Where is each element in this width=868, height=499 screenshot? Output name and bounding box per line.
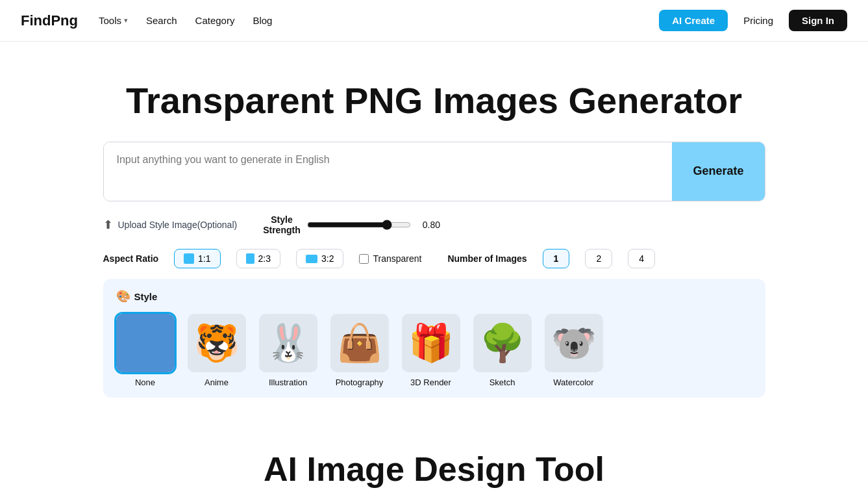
style-panel: 🎨 Style None 🐯 Anime 🐰 Illustrati (103, 279, 765, 398)
transparent-checkbox-label[interactable]: Transparent (359, 253, 421, 264)
style-thumb-sketch: 🌳 (473, 314, 532, 372)
style-item-sketch[interactable]: 🌳 Sketch (473, 314, 532, 387)
upload-icon: ⬆ (103, 218, 113, 232)
style-thumb-photography: 👜 (330, 314, 389, 372)
nav-category[interactable]: Category (195, 15, 235, 26)
style-strength-label: StyleStrength (263, 214, 301, 237)
nav-blog[interactable]: Blog (253, 15, 272, 26)
style-strength-slider[interactable] (307, 220, 411, 230)
ratio-3-2-button[interactable]: 3:2 (296, 249, 343, 268)
style-panel-header: 🎨 Style (116, 289, 752, 303)
style-strength-group: StyleStrength 0.80 (263, 214, 440, 237)
transparent-checkbox[interactable] (359, 254, 369, 264)
watercolor-icon: 🐨 (551, 325, 597, 361)
bottom-title-text: AI Image Design Tool (264, 450, 604, 488)
bottom-title: AI Image Design Tool (0, 424, 868, 489)
chevron-down-icon: ▾ (124, 16, 128, 25)
style-item-watercolor[interactable]: 🐨 Watercolor (545, 314, 603, 387)
ai-create-button[interactable]: AI Create (659, 10, 728, 31)
upload-style-button[interactable]: ⬆ Upload Style Image(Optional) (103, 218, 238, 232)
style-label-illustration: Illustration (269, 377, 307, 387)
style-thumb-3d-render: 🎁 (402, 314, 460, 372)
ratio-1-1-icon (184, 253, 194, 264)
style-item-anime[interactable]: 🐯 Anime (188, 314, 246, 387)
num-images-4-button[interactable]: 4 (628, 249, 655, 268)
style-items: None 🐯 Anime 🐰 Illustration 👜 (116, 314, 752, 387)
style-label-photography: Photography (336, 377, 384, 387)
slider-track (307, 218, 411, 231)
palette-icon: 🎨 (116, 289, 130, 303)
navbar: FindPng Tools ▾ Search Category Blog AI … (0, 0, 868, 42)
ratio-3-2-icon (306, 255, 317, 263)
nav-links: Tools ▾ Search Category Blog (99, 15, 659, 26)
style-thumb-anime: 🐯 (188, 314, 246, 372)
nav-search[interactable]: Search (146, 15, 177, 26)
style-label-anime: Anime (205, 377, 229, 387)
num-images-1-button[interactable]: 1 (543, 249, 570, 268)
aspect-ratio-label: Aspect Ratio (103, 253, 159, 264)
illustration-icon: 🐰 (266, 325, 311, 361)
page-title: Transparent PNG Images Generator (126, 81, 742, 121)
style-item-illustration[interactable]: 🐰 Illustration (259, 314, 317, 387)
generate-button[interactable]: Generate (672, 142, 764, 201)
num-images-2-button[interactable]: 2 (585, 249, 612, 268)
3d-render-icon: 🎁 (408, 325, 454, 361)
nav-right: AI Create Pricing Sign In (659, 10, 847, 31)
generator-box: Generate (103, 142, 765, 201)
anime-icon: 🐯 (194, 325, 240, 361)
hero-section: Transparent PNG Images Generator Generat… (0, 42, 868, 424)
style-label-3d-render: 3D Render (410, 377, 451, 387)
style-item-3d-render[interactable]: 🎁 3D Render (402, 314, 460, 387)
logo[interactable]: FindPng (21, 12, 78, 29)
ratio-2-3-button[interactable]: 2:3 (236, 249, 280, 268)
style-strength-value: 0.80 (423, 220, 440, 230)
nav-tools[interactable]: Tools ▾ (99, 15, 128, 26)
controls-row: ⬆ Upload Style Image(Optional) StyleStre… (103, 214, 765, 237)
pricing-button[interactable]: Pricing (736, 10, 781, 31)
sketch-icon: 🌳 (480, 325, 525, 361)
options-row: Aspect Ratio 1:1 2:3 3:2 Transparent Num… (103, 249, 765, 268)
generator-input[interactable] (104, 142, 673, 201)
transparent-label: Transparent (373, 253, 421, 264)
style-thumb-illustration: 🐰 (259, 314, 317, 372)
ratio-2-3-icon (246, 253, 254, 264)
photography-icon: 👜 (337, 325, 382, 361)
style-thumb-none (116, 314, 175, 372)
num-images-label: Number of Images (447, 253, 527, 264)
style-thumb-watercolor: 🐨 (545, 314, 603, 372)
ratio-1-1-button[interactable]: 1:1 (174, 249, 220, 268)
style-label-none: None (135, 377, 155, 387)
style-panel-title: Style (134, 291, 158, 302)
style-label-sketch: Sketch (490, 377, 515, 387)
upload-label: Upload Style Image(Optional) (118, 220, 238, 230)
style-item-photography[interactable]: 👜 Photography (330, 314, 389, 387)
style-item-none[interactable]: None (116, 314, 175, 387)
signin-button[interactable]: Sign In (789, 10, 847, 31)
style-label-watercolor: Watercolor (553, 377, 593, 387)
